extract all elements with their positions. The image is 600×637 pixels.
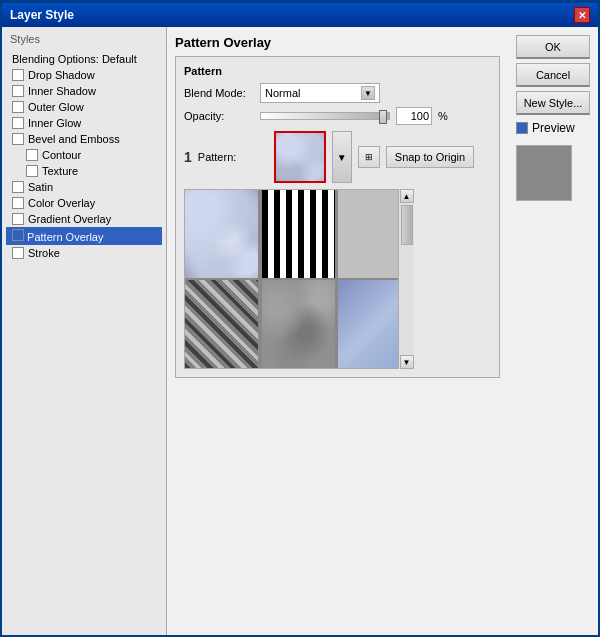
drop-shadow-label: Drop Shadow xyxy=(28,69,95,81)
blend-mode-dropdown[interactable]: Normal ▼ xyxy=(260,83,380,103)
satin-label: Satin xyxy=(28,181,53,193)
blend-mode-row: Blend Mode: Normal ▼ xyxy=(184,83,491,103)
texture-checkbox[interactable] xyxy=(26,165,38,177)
opacity-label: Opacity: xyxy=(184,110,254,122)
sidebar-item-stroke[interactable]: Stroke xyxy=(6,245,162,261)
styles-panel: Styles Blending Options: Default Drop Sh… xyxy=(2,27,167,635)
pattern-preview[interactable] xyxy=(274,131,326,183)
cancel-button[interactable]: Cancel xyxy=(516,63,590,87)
sidebar-item-inner-glow[interactable]: Inner Glow xyxy=(6,115,162,131)
blend-mode-value: Normal xyxy=(265,87,300,99)
thumbnail-5[interactable] xyxy=(262,280,335,368)
opacity-number: 100 xyxy=(411,110,429,122)
sidebar-item-drop-shadow[interactable]: Drop Shadow xyxy=(6,67,162,83)
thumbnail-1[interactable] xyxy=(185,190,258,278)
pattern-group-title: Pattern xyxy=(184,65,491,77)
sidebar-item-inner-shadow[interactable]: Inner Shadow xyxy=(6,83,162,99)
thumbnail-4[interactable] xyxy=(185,280,258,368)
preview-checkbox[interactable] xyxy=(516,122,528,134)
pattern-box: Pattern Blend Mode: Normal ▼ Opacity: xyxy=(175,56,500,378)
thumbnail-scrollbar[interactable]: ▲ ▼ xyxy=(398,189,414,369)
sidebar-item-color-overlay[interactable]: Color Overlay xyxy=(6,195,162,211)
percent-sign: % xyxy=(438,110,448,122)
inner-shadow-label: Inner Shadow xyxy=(28,85,96,97)
pattern-label: Pattern: xyxy=(198,151,268,163)
preview-swatch xyxy=(516,145,572,201)
opacity-value[interactable]: 100 xyxy=(396,107,432,125)
close-button[interactable]: ✕ xyxy=(574,7,590,23)
pattern-overlay-checkbox[interactable] xyxy=(12,229,24,241)
sidebar-item-pattern-overlay[interactable]: Pattern Overlay xyxy=(6,227,162,245)
main-content: Pattern Overlay Pattern Blend Mode: Norm… xyxy=(167,27,508,635)
inner-glow-checkbox[interactable] xyxy=(12,117,24,129)
drop-shadow-checkbox[interactable] xyxy=(12,69,24,81)
sidebar-item-texture[interactable]: Texture xyxy=(6,163,162,179)
new-style-button[interactable]: New Style... xyxy=(516,91,590,115)
inner-shadow-checkbox[interactable] xyxy=(12,85,24,97)
bevel-label: Bevel and Emboss xyxy=(28,133,120,145)
pattern-overlay-label: Pattern Overlay xyxy=(27,231,103,243)
section-title: Pattern Overlay xyxy=(175,35,500,50)
pattern-grid-icon-btn[interactable]: ⊞ xyxy=(358,146,380,168)
thumbnail-grid-container: ▲ ▼ xyxy=(184,189,414,369)
ok-button[interactable]: OK xyxy=(516,35,590,59)
dialog-title: Layer Style xyxy=(10,8,74,22)
scroll-down-arrow[interactable]: ▼ xyxy=(400,355,414,369)
outer-glow-checkbox[interactable] xyxy=(12,101,24,113)
opacity-row: Opacity: 100 % xyxy=(184,107,491,125)
opacity-slider[interactable] xyxy=(260,112,390,120)
gradient-overlay-checkbox[interactable] xyxy=(12,213,24,225)
thumbnail-grid xyxy=(184,189,414,369)
scroll-up-arrow[interactable]: ▲ xyxy=(400,189,414,203)
stroke-label: Stroke xyxy=(28,247,60,259)
blending-label: Blending Options: Default xyxy=(12,53,137,65)
inner-glow-label: Inner Glow xyxy=(28,117,81,129)
sidebar-item-blending[interactable]: Blending Options: Default xyxy=(6,51,162,67)
sidebar-item-contour[interactable]: Contour xyxy=(6,147,162,163)
preview-label: Preview xyxy=(532,121,575,135)
scroll-thumb[interactable] xyxy=(401,205,413,245)
snap-to-origin-button[interactable]: Snap to Origin xyxy=(386,146,474,168)
thumbnail-2[interactable] xyxy=(262,190,335,278)
pattern-annotation-1: 1 xyxy=(184,149,192,165)
texture-label: Texture xyxy=(42,165,78,177)
pattern-preview-image xyxy=(276,133,324,181)
styles-group-label: Styles xyxy=(6,31,162,47)
sidebar-item-satin[interactable]: Satin xyxy=(6,179,162,195)
stroke-checkbox[interactable] xyxy=(12,247,24,259)
gradient-overlay-label: Gradient Overlay xyxy=(28,213,111,225)
bevel-checkbox[interactable] xyxy=(12,133,24,145)
right-panel: OK Cancel New Style... Preview xyxy=(508,27,598,635)
opacity-slider-thumb[interactable] xyxy=(379,110,387,124)
preview-check-row: Preview xyxy=(516,121,590,135)
outer-glow-label: Outer Glow xyxy=(28,101,84,113)
contour-label: Contour xyxy=(42,149,81,161)
color-overlay-label: Color Overlay xyxy=(28,197,95,209)
title-bar: Layer Style ✕ xyxy=(2,3,598,27)
pattern-row: 1 Pattern: ▼ ⊞ Snap to Origin xyxy=(184,131,491,183)
blend-mode-dropdown-arrow[interactable]: ▼ xyxy=(361,86,375,100)
sidebar-item-gradient-overlay[interactable]: Gradient Overlay xyxy=(6,211,162,227)
sidebar-item-bevel[interactable]: Bevel and Emboss xyxy=(6,131,162,147)
pattern-dropdown-btn[interactable]: ▼ xyxy=(332,131,352,183)
layer-style-dialog: Layer Style ✕ Styles Blending Options: D… xyxy=(0,0,600,637)
color-overlay-checkbox[interactable] xyxy=(12,197,24,209)
satin-checkbox[interactable] xyxy=(12,181,24,193)
contour-checkbox[interactable] xyxy=(26,149,38,161)
sidebar-item-outer-glow[interactable]: Outer Glow xyxy=(6,99,162,115)
dialog-body: Styles Blending Options: Default Drop Sh… xyxy=(2,27,598,635)
blend-label: Blend Mode: xyxy=(184,87,254,99)
